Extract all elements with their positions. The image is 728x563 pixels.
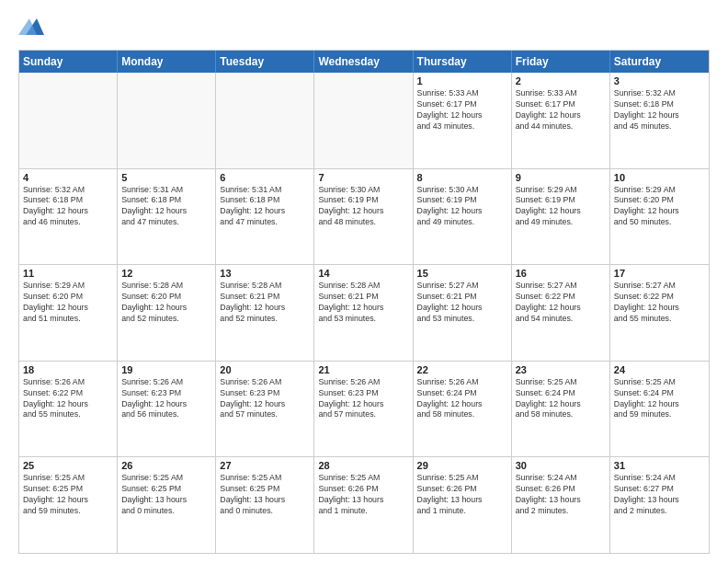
day-info: Sunrise: 5:33 AM Sunset: 6:17 PM Dayligh… [516,88,606,132]
day-cell-17: 17Sunrise: 5:27 AM Sunset: 6:22 PM Dayli… [610,265,709,361]
header-day-saturday: Saturday [610,51,709,73]
day-cell-10: 10Sunrise: 5:29 AM Sunset: 6:20 PM Dayli… [610,169,709,265]
day-cell-6: 6Sunrise: 5:31 AM Sunset: 6:18 PM Daylig… [216,169,314,265]
day-number: 19 [121,364,211,375]
calendar-header: SundayMondayTuesdayWednesdayThursdayFrid… [19,51,709,73]
day-info: Sunrise: 5:26 AM Sunset: 6:23 PM Dayligh… [318,377,408,421]
day-number: 4 [23,172,113,183]
logo [18,15,48,40]
day-cell-11: 11Sunrise: 5:29 AM Sunset: 6:20 PM Dayli… [19,265,118,361]
day-cell-27: 27Sunrise: 5:25 AM Sunset: 6:25 PM Dayli… [216,457,314,553]
day-info: Sunrise: 5:25 AM Sunset: 6:24 PM Dayligh… [516,377,606,421]
calendar: SundayMondayTuesdayWednesdayThursdayFrid… [18,50,710,554]
day-info: Sunrise: 5:32 AM Sunset: 6:18 PM Dayligh… [23,185,113,229]
day-info: Sunrise: 5:31 AM Sunset: 6:18 PM Dayligh… [220,185,310,229]
day-cell-1: 1Sunrise: 5:33 AM Sunset: 6:17 PM Daylig… [414,73,512,168]
day-info: Sunrise: 5:28 AM Sunset: 6:21 PM Dayligh… [318,281,408,325]
header-day-monday: Monday [118,51,216,73]
day-info: Sunrise: 5:32 AM Sunset: 6:18 PM Dayligh… [614,88,705,132]
empty-cell [118,73,216,168]
day-info: Sunrise: 5:26 AM Sunset: 6:23 PM Dayligh… [121,377,211,421]
empty-cell [216,73,314,168]
day-info: Sunrise: 5:26 AM Sunset: 6:23 PM Dayligh… [220,377,310,421]
day-info: Sunrise: 5:29 AM Sunset: 6:19 PM Dayligh… [516,185,606,229]
day-cell-12: 12Sunrise: 5:28 AM Sunset: 6:20 PM Dayli… [118,265,216,361]
day-cell-8: 8Sunrise: 5:30 AM Sunset: 6:19 PM Daylig… [414,169,512,265]
day-cell-23: 23Sunrise: 5:25 AM Sunset: 6:24 PM Dayli… [512,362,610,457]
day-number: 22 [417,364,507,375]
day-cell-15: 15Sunrise: 5:27 AM Sunset: 6:21 PM Dayli… [414,265,512,361]
day-info: Sunrise: 5:31 AM Sunset: 6:18 PM Dayligh… [121,185,211,229]
day-info: Sunrise: 5:25 AM Sunset: 6:25 PM Dayligh… [121,473,211,517]
day-number: 27 [220,460,310,471]
day-number: 3 [614,75,705,86]
day-info: Sunrise: 5:27 AM Sunset: 6:22 PM Dayligh… [614,281,705,325]
day-number: 30 [516,460,606,471]
day-info: Sunrise: 5:30 AM Sunset: 6:19 PM Dayligh… [417,185,507,229]
empty-cell [19,73,118,168]
day-number: 2 [516,75,606,86]
day-number: 20 [220,364,310,375]
day-cell-30: 30Sunrise: 5:24 AM Sunset: 6:26 PM Dayli… [512,457,610,553]
day-cell-28: 28Sunrise: 5:25 AM Sunset: 6:26 PM Dayli… [314,457,413,553]
calendar-row-5: 25Sunrise: 5:25 AM Sunset: 6:25 PM Dayli… [19,457,709,553]
day-number: 21 [318,364,408,375]
day-cell-2: 2Sunrise: 5:33 AM Sunset: 6:17 PM Daylig… [512,73,610,168]
day-number: 12 [121,268,211,279]
calendar-row-2: 4Sunrise: 5:32 AM Sunset: 6:18 PM Daylig… [19,169,709,266]
day-number: 31 [614,460,705,471]
day-info: Sunrise: 5:27 AM Sunset: 6:21 PM Dayligh… [417,281,507,325]
day-info: Sunrise: 5:26 AM Sunset: 6:22 PM Dayligh… [23,377,113,421]
day-info: Sunrise: 5:29 AM Sunset: 6:20 PM Dayligh… [23,281,113,325]
header [18,15,710,40]
calendar-row-4: 18Sunrise: 5:26 AM Sunset: 6:22 PM Dayli… [19,362,709,458]
day-cell-18: 18Sunrise: 5:26 AM Sunset: 6:22 PM Dayli… [19,362,118,457]
day-cell-7: 7Sunrise: 5:30 AM Sunset: 6:19 PM Daylig… [314,169,413,265]
day-info: Sunrise: 5:25 AM Sunset: 6:25 PM Dayligh… [23,473,113,517]
day-number: 24 [614,364,705,375]
day-cell-20: 20Sunrise: 5:26 AM Sunset: 6:23 PM Dayli… [216,362,314,457]
day-number: 29 [417,460,507,471]
header-day-wednesday: Wednesday [314,51,413,73]
day-number: 7 [318,172,408,183]
day-info: Sunrise: 5:26 AM Sunset: 6:24 PM Dayligh… [417,377,507,421]
day-number: 5 [121,172,211,183]
calendar-body: 1Sunrise: 5:33 AM Sunset: 6:17 PM Daylig… [19,73,709,553]
day-cell-3: 3Sunrise: 5:32 AM Sunset: 6:18 PM Daylig… [610,73,709,168]
page: SundayMondayTuesdayWednesdayThursdayFrid… [0,0,728,563]
calendar-row-3: 11Sunrise: 5:29 AM Sunset: 6:20 PM Dayli… [19,265,709,362]
day-number: 11 [23,268,113,279]
day-info: Sunrise: 5:25 AM Sunset: 6:26 PM Dayligh… [417,473,507,517]
day-cell-25: 25Sunrise: 5:25 AM Sunset: 6:25 PM Dayli… [19,457,118,553]
day-cell-19: 19Sunrise: 5:26 AM Sunset: 6:23 PM Dayli… [118,362,216,457]
day-number: 25 [23,460,113,471]
day-number: 15 [417,268,507,279]
day-number: 18 [23,364,113,375]
day-number: 28 [318,460,408,471]
day-cell-21: 21Sunrise: 5:26 AM Sunset: 6:23 PM Dayli… [314,362,413,457]
day-number: 10 [614,172,705,183]
header-day-tuesday: Tuesday [216,51,314,73]
logo-icon [18,15,44,40]
day-info: Sunrise: 5:25 AM Sunset: 6:24 PM Dayligh… [614,377,705,421]
header-day-sunday: Sunday [19,51,118,73]
day-cell-4: 4Sunrise: 5:32 AM Sunset: 6:18 PM Daylig… [19,169,118,265]
day-cell-22: 22Sunrise: 5:26 AM Sunset: 6:24 PM Dayli… [414,362,512,457]
day-cell-26: 26Sunrise: 5:25 AM Sunset: 6:25 PM Dayli… [118,457,216,553]
day-number: 26 [121,460,211,471]
header-day-thursday: Thursday [414,51,512,73]
empty-cell [314,73,413,168]
day-cell-14: 14Sunrise: 5:28 AM Sunset: 6:21 PM Dayli… [314,265,413,361]
day-info: Sunrise: 5:33 AM Sunset: 6:17 PM Dayligh… [417,88,507,132]
day-number: 16 [516,268,606,279]
day-number: 17 [614,268,705,279]
day-info: Sunrise: 5:28 AM Sunset: 6:21 PM Dayligh… [220,281,310,325]
day-number: 23 [516,364,606,375]
day-info: Sunrise: 5:24 AM Sunset: 6:27 PM Dayligh… [614,473,705,517]
day-info: Sunrise: 5:28 AM Sunset: 6:20 PM Dayligh… [121,281,211,325]
day-cell-29: 29Sunrise: 5:25 AM Sunset: 6:26 PM Dayli… [414,457,512,553]
day-cell-13: 13Sunrise: 5:28 AM Sunset: 6:21 PM Dayli… [216,265,314,361]
day-number: 1 [417,75,507,86]
day-info: Sunrise: 5:27 AM Sunset: 6:22 PM Dayligh… [516,281,606,325]
day-cell-9: 9Sunrise: 5:29 AM Sunset: 6:19 PM Daylig… [512,169,610,265]
